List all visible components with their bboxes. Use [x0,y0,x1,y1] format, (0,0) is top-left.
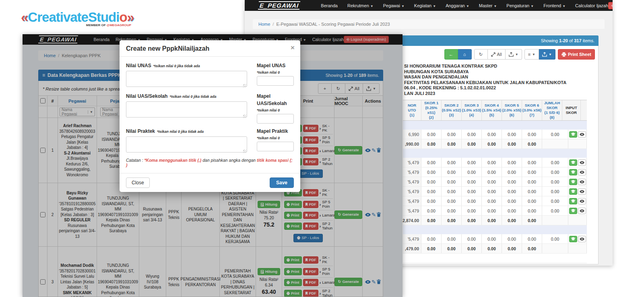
logo-text-studi: Studi [88,10,119,25]
nav-menu-item[interactable]: Frontend▼ [543,3,566,8]
skor6-cell: 0.00 [522,196,542,206]
view-skor-button[interactable] [578,159,586,166]
skor5-cell: 0.00 [502,216,522,225]
graduation-cap-icon [571,161,576,164]
column-header-skor[interactable]: SKOR 2(0.5% xS2)(3) [442,100,462,120]
modal-header: Create new PppkNilailjazah × [120,40,300,57]
graduation-cap-icon [571,209,576,212]
export-button[interactable]: ▼ [506,49,522,60]
home-button[interactable]: ⌂ [458,49,472,60]
skor6-cell: 0.00 [522,177,542,186]
view-skor-button[interactable] [578,188,586,195]
scoring-toolbar: ← ⌂ ↻ All ▼ [444,49,595,60]
view-skor-button[interactable] [578,179,586,185]
input-skor-button[interactable] [569,179,577,185]
skor2-cell: 0.00 [442,139,462,148]
epegawai-logo: E_PEGAWAI [258,1,301,10]
mapel-input[interactable] [257,76,294,86]
skor6-cell: 0.00 [522,206,542,215]
export-blue-button[interactable]: ▼ [539,49,555,60]
jumlah-skor-cell: 0.00 [542,167,568,177]
create-pppk-nilai-ijazah-modal: Create new PppkNilailjazah × Nilai UNAS*… [120,40,300,192]
nav-menu-item[interactable]: Pengaturan▼ [506,3,534,8]
skor1-cell: 0.00 [421,196,442,206]
skor2-cell: 0.00 [442,158,462,167]
input-skor-cell [568,196,587,206]
honor-cell: '5,479 [403,187,421,196]
column-header-skor[interactable]: SKOR 3(1.0% xS3)(4) [462,100,482,120]
skor2-cell: 0.00 [442,130,462,139]
nilai-textarea[interactable] [126,71,247,87]
skor2-cell: 0.00 [442,244,462,253]
skor3-cell: 0.00 [462,206,482,215]
skor4-cell: 0.00 [482,158,502,167]
score-row: '5,479 0.00 0.00 0.00 0.00 0.00 0.00 0.0… [403,158,587,167]
eye-icon [580,209,584,212]
input-skor-button[interactable] [569,188,577,195]
input-skor-button[interactable] [569,159,577,166]
score-row: '5,479 0.00 0.00 0.00 0.00 0.00 0.00 0.0… [403,196,587,206]
input-skor-button[interactable] [569,169,577,175]
nilai-textarea[interactable] [126,136,247,153]
save-button[interactable]: Save [270,177,294,188]
skor4-cell: 0.00 [482,244,502,253]
view-skor-button[interactable] [578,131,586,138]
nilai-textarea[interactable] [126,101,247,118]
scoring-table-header: NORUTO(1) SKOR 1(0.25% xS1)(2) SKOR 2(0.… [403,100,587,121]
input-skor-button[interactable] [569,208,577,214]
print-sheet-button[interactable]: Print Sheet [558,49,595,60]
expand-all-button[interactable]: All [488,49,506,60]
breadcrumb-current: E-Pegawai WASDAL - Scoring Pegawai Perio… [276,22,390,27]
score-row [403,254,587,263]
nav-menu-item[interactable]: Rekrutmen▼ [347,3,374,8]
skor1-cell: 0.00 [421,139,442,148]
column-header-skor[interactable]: JUMLAH SKOR(1 S/D 6)(8) [542,100,562,120]
honor-cell: 6,990 [403,130,421,139]
column-header-skor[interactable]: SKOR 1(0.25% xS1)(2) [421,100,442,120]
input-skor-button[interactable] [569,131,577,138]
jumlah-skor-cell [542,244,568,253]
nav-menu-item[interactable]: Beranda [321,3,338,8]
eye-icon [580,133,584,136]
score-row: 2,874.00 0.00 0.00 0.00 0.00 0.00 0.00 [403,216,587,225]
input-skor-button[interactable] [569,198,577,204]
scoring-table: NORUTO(1) SKOR 1(0.25% xS1)(2) SKOR 2(0.… [403,100,587,263]
input-skor-button[interactable] [569,236,577,242]
back-button[interactable]: ← [444,49,458,60]
view-skor-button[interactable] [578,198,586,204]
column-header-skor[interactable]: SKOR 4(1.5% xS4)(5) [482,100,502,120]
refresh-button[interactable]: ↻ [474,49,488,60]
view-skor-button[interactable] [578,236,586,242]
logout-button[interactable]: ⎆ Logout (superadmin) [608,2,613,9]
skor1-cell: 0.00 [421,234,442,243]
nav-menu-item[interactable]: Kegiatan▼ [414,3,436,8]
mapel-label: Mapel Praktik [257,128,288,134]
skor3-cell: 0.00 [462,234,482,243]
score-row: '5,479 0.00 0.00 0.00 0.00 0.00 0.00 0.0… [403,187,587,196]
skor6-cell: 0.00 [522,187,542,196]
column-header-skor[interactable]: SKOR 6(3.0% xS6)(7) [522,100,542,120]
column-header-input-skor: INPUTSKOR [562,100,581,120]
nav-menu-item[interactable]: Master▼ [479,3,497,8]
skor6-cell: 0.00 [522,130,542,139]
nav-menu-item[interactable]: Anggaran▼ [446,3,469,8]
input-skor-cell [568,130,587,139]
mapel-input[interactable] [257,142,294,151]
nav-menu-item[interactable]: Pegawai▼ [383,3,405,8]
view-skor-button[interactable] [578,208,586,214]
close-icon[interactable]: × [291,44,295,51]
columns-list-button[interactable]: ≡ ▼ [524,49,539,60]
view-skor-button[interactable] [578,169,586,175]
close-button[interactable]: Close [126,177,150,188]
mapel-input[interactable] [257,114,294,124]
skor2-cell: 0.00 [442,206,462,215]
skor6-cell: 0.00 [522,216,542,225]
breadcrumb-home-link[interactable]: Home [258,22,270,27]
skor2-cell: 0.00 [442,187,462,196]
description-line: FEKTIVITAS PELAKSANAAN KEBIJAKAN UNTUK J… [404,80,566,86]
eye-icon [580,190,584,193]
column-header-skor[interactable]: SKOR 5(2.0% xS5)(6) [502,100,522,120]
skor4-cell: 0.00 [482,130,502,139]
scoring-rows: 6,990 0.00 0.00 0.00 0.00 0.00 0.00 0.00 [403,121,587,263]
nav-menu-item[interactable]: Calculator Ijazah [575,3,608,8]
